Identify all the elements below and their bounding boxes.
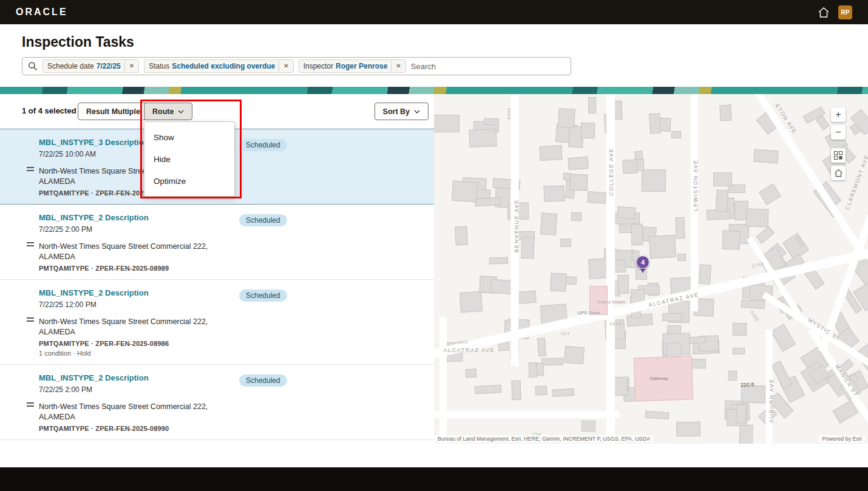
map-building [451,180,478,201]
chip-close-icon[interactable]: ✕ [279,60,293,72]
map-building [677,254,687,262]
task-row[interactable]: MBL_INSTYPE_2 Description 7/22/25 12:00 … [0,280,434,365]
parcel-number-label: 6520 [625,379,631,391]
drag-handle-icon[interactable] [27,167,34,173]
task-address: North-West Times Square Street Commercia… [39,242,239,262]
decorative-banner [0,87,868,94]
search-input[interactable] [411,62,565,71]
map-road [434,411,619,418]
street-name-label: COLLEGE AVE [608,147,614,195]
filter-chip-schedule-date[interactable]: Schedule date 7/22/25 ✕ [42,59,139,73]
result-multiple-button[interactable]: Result Multiple [78,103,149,120]
map-building [741,300,765,309]
task-meta: PMTQAMITYPE · ZPER-FEN-2025-08990 [39,425,239,432]
map-building [736,404,747,424]
task-title-link[interactable]: MBL_INSTYPE_2 Description [39,373,239,382]
route-menu-item-show[interactable]: Show [144,126,234,148]
oracle-logo: ORACLE [16,7,68,18]
parcel-number-label: 6499 [506,107,512,120]
task-datetime: 7/22/25 2:00 PM [39,225,239,234]
map-home-button[interactable] [831,166,846,180]
parcel-number-label: 6398 [749,310,760,323]
map-building [560,239,571,247]
map-building [649,113,661,134]
route-menu-item-optimize[interactable]: Optimize [144,170,234,192]
map-home-icon [834,169,843,177]
main-content: 1 of 4 selected Result Multiple Route So… [0,94,868,467]
street-name-label: AUBURN AVE [768,378,775,422]
task-details: MBL_INSTYPE_2 Description 7/22/25 2:00 P… [39,213,239,272]
map-building [713,172,732,186]
map-building [529,362,537,378]
filter-chip-status[interactable]: Status Scheduled excluding overdue ✕ [144,59,293,73]
map-building [535,386,548,396]
map-building [571,212,582,222]
task-details: MBL_INSTYPE_2 Description 7/22/25 2:00 P… [39,373,239,432]
task-row[interactable]: MBL_INSTYPE_2 Description 7/22/25 2:00 P… [0,205,434,280]
task-status-col: Scheduled [239,288,424,357]
task-datetime: 7/22/25 2:00 PM [39,385,239,394]
chip-value: Roger Penrose [336,62,387,70]
selection-count: 1 of 4 selected [22,106,76,115]
route-menu: Show Hide Optimize [144,121,235,197]
task-list-panel: 1 of 4 selected Result Multiple Route So… [0,94,434,467]
map-building [756,226,775,244]
address-line-2: ALAMEDA [39,327,239,337]
map-canvas[interactable]: Safeway UPS Store Sisters Dream 4 + − [434,94,868,444]
sort-by-dropdown-button[interactable]: Sort By [375,103,429,120]
map-building [733,323,747,336]
map-poi-label: UPS Store [577,310,600,316]
drag-handle-icon[interactable] [27,242,34,248]
zoom-out-button[interactable]: − [831,125,846,140]
street-name-label: ALCATRAZ AVE [444,347,495,353]
map-building [642,169,666,191]
powered-by-esri: Powered by Esri [818,435,866,442]
zoom-in-button[interactable]: + [831,107,846,122]
map-marker-4[interactable]: 4 [636,256,649,274]
route-label: Route [152,107,174,116]
map-building [552,388,574,397]
chip-label: Schedule date [47,62,94,70]
map-building [541,358,563,366]
drag-handle-icon[interactable] [27,317,34,323]
task-meta: PMTQAMITYPE · ZPER-FEN-2025-08989 [39,265,239,272]
drag-handle-icon[interactable] [27,402,34,408]
task-datetime: 7/22/25 12:00 PM [39,300,239,309]
route-menu-item-hide[interactable]: Hide [144,148,234,170]
task-address: North-West Times Square Street Commercia… [39,402,239,422]
parcel-number-label: 324 [561,331,570,336]
address-line-1: North-West Times Square Street Commercia… [39,242,239,252]
user-avatar[interactable]: RP [838,5,852,19]
map-building [588,97,597,114]
filter-chip-inspector[interactable]: Inspector Roger Penrose ✕ [299,59,406,73]
search-icon [28,61,38,71]
task-address: North-West Times Square Street Commercia… [39,317,239,337]
map-building [746,209,769,228]
map-building [512,380,521,400]
address-line-2: ALAMEDA [39,252,239,262]
search-bar[interactable]: Schedule date 7/22/25 ✕ Status Scheduled… [22,57,571,75]
map-building [617,275,629,294]
map-building [733,348,745,354]
chip-label: Inspector [303,62,333,70]
task-title-link[interactable]: MBL_INSTYPE_2 Description [39,213,239,222]
map-building [753,149,778,164]
chip-close-icon[interactable]: ✕ [391,60,405,72]
basemap-button[interactable] [831,148,846,163]
chevron-down-icon [414,110,420,113]
chip-close-icon[interactable]: ✕ [124,60,138,72]
street-name-label: LEWISTON AVE [693,159,699,211]
task-row[interactable]: MBL_INSTYPE_2 Description 7/22/25 2:00 P… [0,365,434,440]
map-building [465,368,476,378]
address-line-1: North-West Times Square Street Commercia… [39,317,239,327]
status-badge: Scheduled [239,139,287,151]
result-multiple-label: Result Multiple [86,107,140,116]
task-title-link[interactable]: MBL_INSTYPE_2 Description [39,288,239,297]
parcel-number-label: 2745 [751,262,764,269]
marker-pin-icon: 4 [636,256,649,269]
route-dropdown-button[interactable]: Route [144,103,192,120]
parcel-number-label: 342 [459,339,469,345]
map-building [581,421,596,432]
home-icon[interactable] [818,7,830,18]
status-badge: Scheduled [239,214,287,226]
